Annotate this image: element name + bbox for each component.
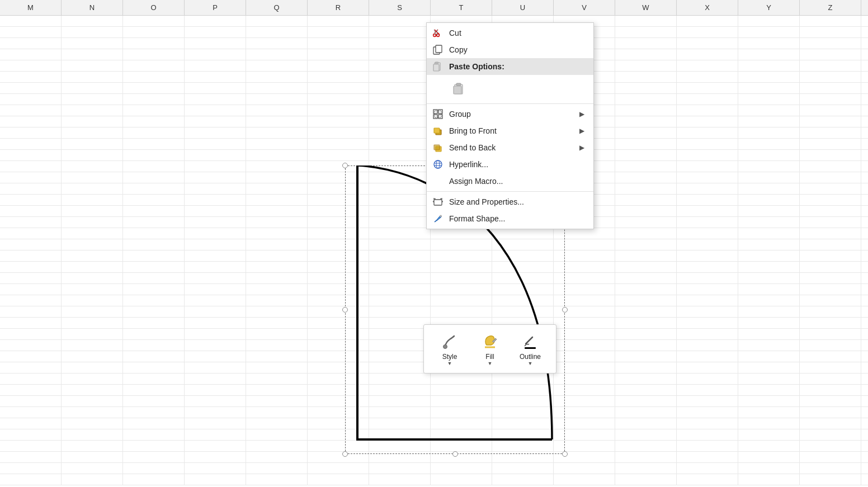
grid-cell[interactable] xyxy=(677,94,738,105)
grid-cell[interactable] xyxy=(123,161,185,172)
grid-cell[interactable] xyxy=(123,407,185,418)
grid-cell[interactable] xyxy=(369,72,431,82)
grid-cell[interactable] xyxy=(246,127,308,138)
grid-cell[interactable] xyxy=(0,295,62,306)
grid-cell[interactable] xyxy=(246,60,308,71)
grid-cell[interactable] xyxy=(246,105,308,116)
grid-cell[interactable] xyxy=(615,150,677,160)
grid-cell[interactable] xyxy=(123,441,185,451)
grid-cell[interactable] xyxy=(308,150,369,160)
grid-cell[interactable] xyxy=(677,362,738,373)
col-header-v[interactable]: V xyxy=(554,0,615,15)
grid-cell[interactable] xyxy=(185,139,246,149)
grid-cell[interactable] xyxy=(123,273,185,283)
grid-cell[interactable] xyxy=(308,463,369,474)
grid-cell[interactable] xyxy=(738,83,800,93)
grid-cell[interactable] xyxy=(738,273,800,283)
grid-row[interactable] xyxy=(0,463,868,474)
grid-cell[interactable] xyxy=(123,329,185,339)
grid-cell[interactable] xyxy=(123,429,185,440)
grid-cell[interactable] xyxy=(615,295,677,306)
grid-cell[interactable] xyxy=(62,318,123,328)
grid-cell[interactable] xyxy=(677,429,738,440)
grid-cell[interactable] xyxy=(738,183,800,194)
grid-cell[interactable] xyxy=(0,83,62,93)
grid-cell[interactable] xyxy=(492,463,554,474)
grid-cell[interactable] xyxy=(800,206,861,216)
grid-cell[interactable] xyxy=(246,161,308,172)
grid-cell[interactable] xyxy=(62,373,123,384)
grid-cell[interactable] xyxy=(123,172,185,183)
grid-cell[interactable] xyxy=(62,351,123,362)
grid-cell[interactable] xyxy=(0,172,62,183)
grid-cell[interactable] xyxy=(738,318,800,328)
grid-cell[interactable] xyxy=(246,217,308,228)
grid-cell[interactable] xyxy=(800,441,861,451)
grid-cell[interactable] xyxy=(369,127,431,138)
grid-cell[interactable] xyxy=(0,139,62,149)
grid-cell[interactable] xyxy=(369,116,431,127)
grid-cell[interactable] xyxy=(615,441,677,451)
grid-cell[interactable] xyxy=(0,27,62,37)
grid-cell[interactable] xyxy=(677,340,738,351)
grid-cell[interactable] xyxy=(185,385,246,395)
grid-cell[interactable] xyxy=(615,250,677,261)
grid-cell[interactable] xyxy=(62,139,123,149)
grid-cell[interactable] xyxy=(246,385,308,395)
col-header-x[interactable]: X xyxy=(677,0,738,15)
grid-cell[interactable] xyxy=(800,351,861,362)
grid-cell[interactable] xyxy=(62,105,123,116)
grid-cell[interactable] xyxy=(123,340,185,351)
grid-cell[interactable] xyxy=(677,60,738,71)
grid-cell[interactable] xyxy=(800,373,861,384)
grid-cell[interactable] xyxy=(800,217,861,228)
col-header-o[interactable]: O xyxy=(123,0,185,15)
grid-cell[interactable] xyxy=(615,463,677,474)
grid-cell[interactable] xyxy=(369,105,431,116)
grid-cell[interactable] xyxy=(800,418,861,429)
grid-cell[interactable] xyxy=(0,284,62,295)
grid-cell[interactable] xyxy=(800,127,861,138)
grid-cell[interactable] xyxy=(677,250,738,261)
grid-cell[interactable] xyxy=(308,105,369,116)
grid-cell[interactable] xyxy=(62,407,123,418)
grid-cell[interactable] xyxy=(185,329,246,339)
grid-cell[interactable] xyxy=(123,262,185,272)
grid-cell[interactable] xyxy=(554,463,615,474)
grid-cell[interactable] xyxy=(246,150,308,160)
grid-cell[interactable] xyxy=(246,295,308,306)
grid-cell[interactable] xyxy=(0,60,62,71)
grid-cell[interactable] xyxy=(0,318,62,328)
grid-cell[interactable] xyxy=(185,407,246,418)
grid-cell[interactable] xyxy=(800,284,861,295)
grid-cell[interactable] xyxy=(246,284,308,295)
grid-cell[interactable] xyxy=(246,474,308,485)
grid-cell[interactable] xyxy=(185,161,246,172)
grid-cell[interactable] xyxy=(677,105,738,116)
grid-cell[interactable] xyxy=(62,49,123,60)
grid-cell[interactable] xyxy=(615,139,677,149)
grid-cell[interactable] xyxy=(615,329,677,339)
grid-cell[interactable] xyxy=(62,72,123,82)
grid-cell[interactable] xyxy=(62,396,123,406)
col-header-q[interactable]: Q xyxy=(246,0,308,15)
col-header-n[interactable]: N xyxy=(62,0,123,15)
grid-cell[interactable] xyxy=(677,295,738,306)
grid-cell[interactable] xyxy=(800,340,861,351)
grid-cell[interactable] xyxy=(800,228,861,239)
grid-cell[interactable] xyxy=(123,418,185,429)
grid-cell[interactable] xyxy=(615,429,677,440)
grid-cell[interactable] xyxy=(677,329,738,339)
grid-cell[interactable] xyxy=(677,172,738,183)
grid-cell[interactable] xyxy=(123,27,185,37)
grid-cell[interactable] xyxy=(246,329,308,339)
grid-cell[interactable] xyxy=(615,195,677,205)
grid-cell[interactable] xyxy=(738,351,800,362)
grid-cell[interactable] xyxy=(554,474,615,485)
grid-cell[interactable] xyxy=(62,474,123,485)
grid-cell[interactable] xyxy=(0,206,62,216)
grid-cell[interactable] xyxy=(123,474,185,485)
grid-cell[interactable] xyxy=(62,116,123,127)
grid-cell[interactable] xyxy=(738,72,800,82)
grid-cell[interactable] xyxy=(677,474,738,485)
